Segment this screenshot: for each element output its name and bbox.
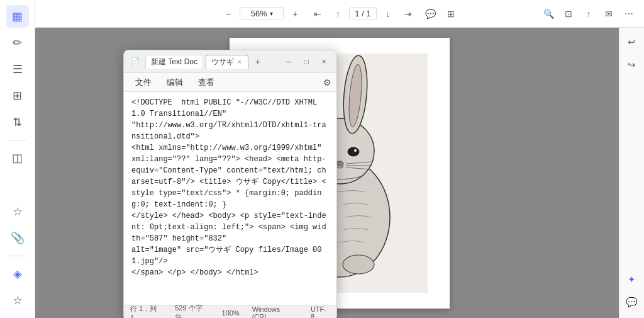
search-button[interactable]: 🔍 xyxy=(540,5,557,23)
sidebar-icon-grid[interactable]: ⊞ xyxy=(6,84,29,107)
status-chars: 529 个字符 xyxy=(175,304,209,319)
fit-button[interactable]: ⊡ xyxy=(560,5,577,23)
editor-menubar: 文件 编辑 查看 ⚙ xyxy=(124,73,336,92)
sidebar-divider-2 xyxy=(8,256,27,256)
top-toolbar: − 56% ▾ + ⇤ ↑ 1 / 1 ↓ ⇥ 💬 ⊞ 🔍 ⊡ ↑ ✉ ⋯ xyxy=(35,0,644,28)
menu-gear-icon[interactable]: ⚙ xyxy=(323,77,331,88)
sidebar-icon-layers-bottom[interactable]: ◈ xyxy=(6,263,29,285)
menu-view[interactable]: 查看 xyxy=(192,76,221,89)
sidebar-icon-layers[interactable]: ◫ xyxy=(6,147,29,169)
nav-controls: ⇤ ↑ 1 / 1 ↓ ⇥ xyxy=(309,5,416,23)
redo-button[interactable]: ↪ xyxy=(623,55,641,74)
tab-2-label: ウサギ xyxy=(211,57,234,67)
svg-point-10 xyxy=(354,149,357,152)
nav-prev-button[interactable]: ↑ xyxy=(329,5,347,23)
tab-2-close[interactable]: × xyxy=(236,59,243,65)
page-total: 1 xyxy=(366,9,370,18)
editor-titlebar: 📄 新建 Text Doc ウサギ × + ─ □ × xyxy=(124,50,336,73)
sidebar-icon-edit[interactable]: ✏ xyxy=(6,31,29,54)
menu-file[interactable]: 文件 xyxy=(129,76,158,89)
main-content: 📄 新建 Text Doc ウサギ × + ─ □ × 文件 编辑 查看 xyxy=(35,28,644,318)
zoom-dropdown-icon: ▾ xyxy=(270,10,273,17)
sidebar-icon-list[interactable]: ☰ xyxy=(6,58,29,81)
toolbar-right: 🔍 ⊡ ↑ ✉ ⋯ xyxy=(540,5,638,23)
sidebar-icon-star[interactable]: ☆ xyxy=(6,289,29,312)
nav-first-button[interactable]: ⇤ xyxy=(309,5,326,23)
toolbar-actions: 💬 ⊞ xyxy=(422,5,460,23)
editor-window-icon: 📄 xyxy=(129,55,142,68)
nav-last-button[interactable]: ⇥ xyxy=(399,5,417,23)
zoom-controls: − 56% ▾ + xyxy=(219,5,304,23)
sidebar-icon-bookmark[interactable]: ☆ xyxy=(6,200,29,223)
page-current: 1 xyxy=(355,9,359,18)
zoom-in-button[interactable]: + xyxy=(286,5,304,23)
nav-next-button[interactable]: ↓ xyxy=(379,5,397,23)
close-button[interactable]: × xyxy=(316,54,331,69)
right-sidebar: ↩ ↪ ✦ 💬 xyxy=(619,28,644,318)
editor-statusbar: 行 1，列 1 529 个字符 100% Windows (CRL UTF-8 xyxy=(124,305,336,318)
magic-button[interactable]: ✦ xyxy=(623,270,641,289)
chat-button[interactable]: 💬 xyxy=(623,293,641,312)
left-sidebar: ▦ ✏ ☰ ⊞ ⇅ ◫ ☆ 📎 ◈ ☆ xyxy=(0,0,35,318)
more-button[interactable]: ⋯ xyxy=(620,5,638,23)
comment-button[interactable]: 💬 xyxy=(422,5,440,23)
sidebar-divider xyxy=(8,140,27,140)
status-encoding: UTF-8 xyxy=(311,305,330,319)
tab-1-label: 新建 Text Doc xyxy=(151,57,197,67)
status-zoom: 100% xyxy=(222,309,240,317)
editor-tab-2[interactable]: ウサギ × xyxy=(206,55,248,69)
maximize-button[interactable]: □ xyxy=(299,54,314,69)
status-line: 行 1，列 1 xyxy=(130,304,162,318)
sidebar-icon-attachment[interactable]: 📎 xyxy=(6,227,29,249)
status-eol: Windows (CRL xyxy=(252,305,298,319)
share-button[interactable]: ↑ xyxy=(580,5,597,23)
titlebar-controls: ─ □ × xyxy=(281,54,331,69)
menu-edit[interactable]: 编辑 xyxy=(160,76,189,89)
zoom-value: 56% xyxy=(251,9,267,18)
minimize-button[interactable]: ─ xyxy=(281,54,296,69)
svg-point-8 xyxy=(348,147,359,156)
svg-point-19 xyxy=(343,255,374,274)
editor-tab-1[interactable]: 新建 Text Doc xyxy=(145,55,203,69)
zoom-display[interactable]: 56% ▾ xyxy=(240,7,284,20)
text-editor-window: 📄 新建 Text Doc ウサギ × + ─ □ × 文件 编辑 查看 xyxy=(123,50,337,318)
sidebar-bottom: ☆ 📎 ◈ ☆ xyxy=(6,200,29,318)
zoom-out-button[interactable]: − xyxy=(219,5,237,23)
tab-add-button[interactable]: + xyxy=(251,55,265,69)
undo-button[interactable]: ↩ xyxy=(623,33,641,52)
sidebar-icon-table[interactable]: ▦ xyxy=(6,5,29,28)
mail-button[interactable]: ✉ xyxy=(600,5,618,23)
grid-view-button[interactable]: ⊞ xyxy=(442,5,460,23)
right-sidebar-bottom: ✦ 💬 xyxy=(623,270,641,318)
titlebar-tabs: 新建 Text Doc ウサギ × + xyxy=(145,55,277,69)
page-separator: / xyxy=(362,9,364,18)
editor-content-area[interactable]: <!DOCTYPE html PUBLIC "-//W3C//DTD XHTML… xyxy=(124,92,336,305)
page-display: 1 / 1 xyxy=(349,7,376,20)
sidebar-icon-move[interactable]: ⇅ xyxy=(6,111,29,133)
